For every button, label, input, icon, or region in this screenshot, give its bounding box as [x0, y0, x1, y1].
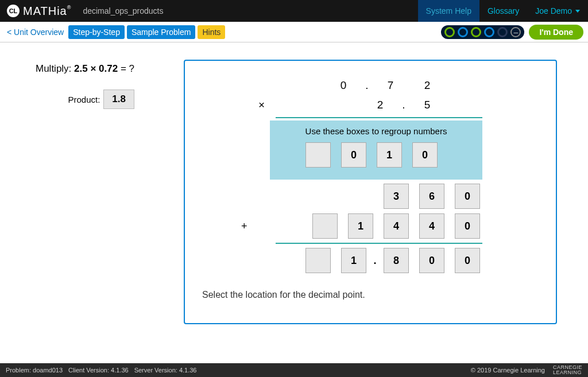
progress-pill: [444, 27, 455, 37]
regroup-title: Use these boxes to regroup numbers: [277, 126, 475, 136]
caret-down-icon: [575, 10, 580, 13]
multiplicand-row: 0 . 7 2: [258, 76, 482, 95]
product-row: Product: 1.8: [11, 90, 184, 109]
user-name: Joe Demo: [535, 6, 572, 15]
regroup-box[interactable]: 0: [341, 142, 366, 168]
multiply-sign: ×: [258, 99, 265, 111]
prompt-expression: 2.5 × 0.72: [74, 63, 118, 74]
logo-badge: CL: [7, 5, 20, 17]
footer-server: Server Version: 4.1.36: [134, 367, 197, 374]
digit-box[interactable]: 1: [341, 248, 366, 273]
digit-box[interactable]: 4: [384, 213, 409, 239]
product-input[interactable]: 1.8: [103, 90, 134, 109]
progress-indicator: –: [441, 25, 524, 39]
digit: 7: [372, 79, 409, 92]
footer: Problem: doamd013 Client Version: 4.1.36…: [0, 363, 588, 377]
regroup-box[interactable]: [305, 142, 331, 168]
product-label: Product:: [68, 95, 100, 104]
footer-problem: Problem: doamd013: [6, 367, 63, 374]
logo: CL MATHia®: [0, 5, 71, 18]
toolbar-right: – I'm Done: [441, 25, 583, 40]
hints-button[interactable]: Hints: [198, 25, 225, 39]
brand-logo: CARNEGIELEARNING: [553, 365, 582, 375]
logo-text: MATHia®: [23, 5, 71, 18]
decimal-point: .: [399, 99, 409, 111]
spacer: [448, 142, 473, 168]
digit: 2: [409, 79, 446, 92]
calc-area: 0 . 7 2 × 2 . 5 Use these boxes to regro…: [258, 76, 482, 274]
instruction-text: Select the location for the decimal poin…: [202, 290, 539, 300]
digit-box[interactable]: 0: [419, 248, 444, 273]
footer-right: © 2019 Carnegie Learning CARNEGIELEARNIN…: [471, 365, 582, 375]
progress-pill: [471, 27, 481, 37]
module-name: decimal_ops_products: [83, 6, 163, 15]
step-by-step-button[interactable]: Step-by-Step: [68, 25, 125, 39]
footer-client: Client Version: 4.1.36: [68, 367, 129, 374]
work-panel: 0 . 7 2 × 2 . 5 Use these boxes to regro…: [184, 60, 557, 324]
prompt-suffix: = ?: [118, 63, 134, 74]
digit-box[interactable]: 0: [455, 248, 480, 273]
decimal-point-target[interactable]: .: [372, 255, 378, 267]
digit-box[interactable]: 3: [384, 184, 409, 209]
digit: 0: [325, 79, 362, 92]
header-right: System Help Glossary Joe Demo: [418, 0, 588, 22]
unit-overview-link[interactable]: < Unit Overview: [5, 26, 66, 38]
app-header: CL MATHia® decimal_ops_products System H…: [0, 0, 588, 22]
digit-box[interactable]: 4: [419, 213, 444, 239]
regroup-row: 0 1 0: [277, 142, 475, 168]
digit-box[interactable]: 8: [384, 248, 409, 273]
user-menu[interactable]: Joe Demo: [527, 0, 588, 22]
digit-box[interactable]: 0: [455, 184, 480, 209]
digit: 2: [362, 99, 399, 111]
divider: [276, 243, 482, 244]
digit-box[interactable]: 0: [455, 213, 480, 239]
regroup-box[interactable]: 1: [377, 142, 402, 168]
partial-row-2: + 1 4 4 0: [258, 213, 482, 239]
plus-sign: +: [241, 220, 247, 232]
problem-prompt: Multiply: 2.5 × 0.72 = ?: [11, 63, 184, 75]
result-row: 1 . 8 0 0: [258, 247, 482, 274]
digit-box[interactable]: 1: [348, 213, 373, 239]
copyright: © 2019 Carnegie Learning: [471, 367, 545, 374]
main-content: Multiply: 2.5 × 0.72 = ? Product: 1.8 0 …: [0, 42, 588, 336]
problem-pane: Multiply: 2.5 × 0.72 = ? Product: 1.8: [11, 60, 184, 324]
toolbar: < Unit Overview Step-by-Step Sample Prob…: [0, 22, 588, 42]
digit-box[interactable]: 6: [419, 184, 444, 209]
digit: 5: [409, 99, 446, 111]
progress-pill: [484, 27, 494, 37]
regroup-band: Use these boxes to regroup numbers 0 1 0: [270, 121, 482, 180]
sample-problem-button[interactable]: Sample Problem: [127, 25, 196, 39]
regroup-box[interactable]: 0: [412, 142, 438, 168]
minus-icon[interactable]: –: [510, 27, 521, 37]
divider: [276, 117, 482, 118]
decimal-point: .: [362, 79, 372, 92]
partial-row-1: 3 6 0: [258, 183, 482, 209]
digit-box[interactable]: [312, 213, 338, 239]
digit-box[interactable]: [305, 248, 331, 273]
prompt-prefix: Multiply:: [36, 63, 74, 74]
glossary-link[interactable]: Glossary: [479, 0, 527, 22]
progress-pill: [458, 27, 468, 37]
done-button[interactable]: I'm Done: [529, 25, 583, 40]
system-help-link[interactable]: System Help: [418, 0, 479, 22]
progress-pill: [497, 27, 508, 37]
multiplier-row: × 2 . 5: [258, 95, 482, 115]
